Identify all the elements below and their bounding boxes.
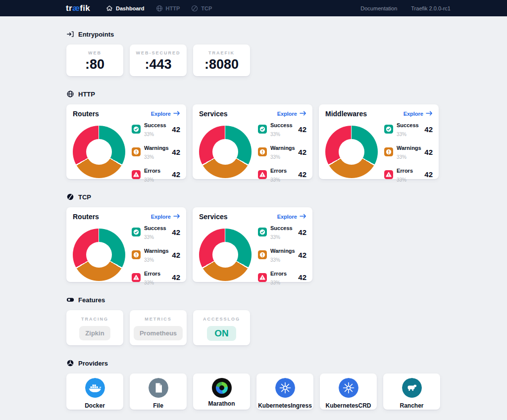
legend-percent: 33%: [397, 154, 406, 160]
legend-value: 42: [424, 170, 433, 179]
explore-link[interactable]: Explore: [404, 111, 433, 117]
warning-icon: [258, 250, 267, 259]
entrypoint-port: :443: [130, 57, 187, 72]
section-title-tcp: TCP: [78, 193, 91, 201]
feature-card-tracing: TRACING Zipkin: [66, 310, 123, 345]
entrypoint-port: :80: [66, 57, 123, 72]
warning-icon: [384, 147, 393, 156]
kubernetes-icon: [275, 391, 295, 399]
http-routers-card: Routers Explore Success33% 42 Warnings3: [66, 104, 186, 179]
success-icon: [132, 228, 141, 236]
chart-legend: Success33% 42 Warnings33% 42 Errors33% 4…: [384, 120, 433, 184]
legend-percent: 33%: [397, 132, 406, 137]
legend-label: Errors: [397, 168, 413, 174]
arrow-right-icon: [173, 111, 180, 117]
chart-legend: Success33% 42 Warnings33% 42 Errors33% 4…: [132, 223, 180, 286]
donut-chart: [199, 126, 252, 178]
explore-link[interactable]: Explore: [277, 111, 306, 117]
nav-tab-dashboard[interactable]: Dashboard: [100, 0, 150, 16]
nav-tab-tcp[interactable]: TCP: [185, 0, 217, 16]
documentation-link[interactable]: Documentation: [360, 5, 397, 11]
feature-card-metrics: METRICS Prometheus: [130, 310, 187, 345]
legend-percent: 33%: [270, 132, 280, 137]
logo-ae: æ: [72, 3, 80, 13]
legend-percent: 33%: [144, 280, 154, 285]
docker-icon: [85, 391, 105, 399]
entrypoint-card-traefik: TRAEFIK :8080: [193, 45, 250, 76]
section-tcp: TCP Routers Explore Success33% 42: [66, 193, 441, 282]
error-icon: [258, 273, 267, 282]
section-title-features: Features: [78, 296, 105, 304]
provider-label: Rancher: [383, 402, 440, 409]
version-link[interactable]: Traefik 2.0.0-rc1: [411, 5, 451, 11]
toggle-icon: [66, 296, 74, 304]
arrow-right-icon: [426, 111, 433, 117]
feature-name: METRICS: [130, 317, 187, 322]
legend-value: 42: [172, 170, 180, 179]
legend-row-success: Success33% 42: [258, 223, 306, 241]
legend-value: 42: [424, 148, 433, 156]
legend-row-warnings: Warnings33% 42: [132, 143, 180, 161]
provider-label: KubernetesCRD: [320, 402, 377, 409]
legend-row-success: Success33% 42: [384, 120, 433, 139]
nav-tab-label: TCP: [201, 5, 212, 11]
provider-label: File: [130, 402, 187, 409]
feature-on-badge: ON: [207, 326, 236, 341]
entrypoint-name: WEB: [66, 50, 123, 55]
legend-row-success: Success33% 42: [132, 120, 180, 139]
legend-percent: 33%: [144, 177, 154, 183]
explore-link[interactable]: Explore: [277, 214, 306, 220]
legend-percent: 33%: [270, 257, 280, 263]
legend-value: 42: [172, 148, 180, 156]
legend-label: Errors: [144, 168, 160, 174]
provider-card-kubernetes-crd: KubernetesCRD: [320, 373, 377, 410]
legend-row-warnings: Warnings33% 42: [384, 143, 433, 161]
legend-row-errors: Errors33% 42: [132, 269, 180, 287]
legend-label: Errors: [144, 271, 160, 277]
tcp-services-card: Services Explore Success33% 42 Warnings: [193, 207, 312, 282]
provider-card-file: File: [130, 373, 187, 410]
legend-label: Warnings: [144, 248, 169, 254]
legend-label: Success: [270, 225, 293, 231]
legend-row-success: Success33% 42: [132, 223, 180, 241]
legend-percent: 33%: [270, 280, 280, 285]
legend-label: Errors: [270, 271, 287, 277]
legend-percent: 33%: [270, 177, 280, 183]
error-icon: [132, 273, 141, 282]
rancher-icon: [402, 391, 422, 399]
card-title: Services: [199, 213, 228, 221]
card-title: Routers: [73, 110, 99, 118]
legend-value: 42: [172, 273, 180, 281]
chart-legend: Success33% 42 Warnings33% 42 Errors33% 4…: [258, 120, 306, 184]
section-providers: Providers Docker File Marathon Kubernete…: [66, 359, 441, 410]
legend-label: Errors: [270, 168, 287, 174]
legend-percent: 33%: [144, 257, 154, 263]
legend-percent: 33%: [397, 177, 406, 183]
legend-row-errors: Errors33% 42: [384, 166, 433, 184]
explore-link[interactable]: Explore: [151, 214, 180, 220]
entrypoint-name: WEB-SECURED: [130, 50, 187, 55]
explore-link[interactable]: Explore: [151, 111, 180, 117]
provider-card-kubernetes-ingress: KubernetesIngress: [256, 373, 313, 410]
provider-card-docker: Docker: [66, 373, 123, 410]
legend-row-errors: Errors33% 42: [132, 166, 180, 184]
nav-tab-http[interactable]: HTTP: [150, 0, 186, 16]
entrypoint-card-web: WEB :80: [66, 45, 123, 76]
feature-value-badge: Prometheus: [134, 326, 183, 340]
circle-slash-icon: [66, 193, 74, 201]
card-title: Middlewares: [325, 110, 367, 118]
legend-row-warnings: Warnings33% 42: [132, 246, 180, 264]
legend-value: 42: [298, 273, 306, 281]
donut-chart: [73, 126, 125, 178]
legend-row-warnings: Warnings33% 42: [258, 143, 306, 161]
entrypoint-port: :8080: [193, 57, 250, 72]
legend-value: 42: [298, 228, 306, 236]
home-icon: [105, 4, 113, 12]
legend-value: 42: [298, 125, 306, 134]
section-title-http: HTTP: [78, 91, 95, 98]
success-icon: [384, 125, 393, 134]
provider-label: Marathon: [193, 400, 250, 407]
legend-label: Success: [144, 122, 166, 128]
dashboard-content: Entrypoints WEB :80 WEB-SECURED :443 TRA…: [66, 16, 441, 410]
sign-in-icon: [66, 30, 74, 38]
